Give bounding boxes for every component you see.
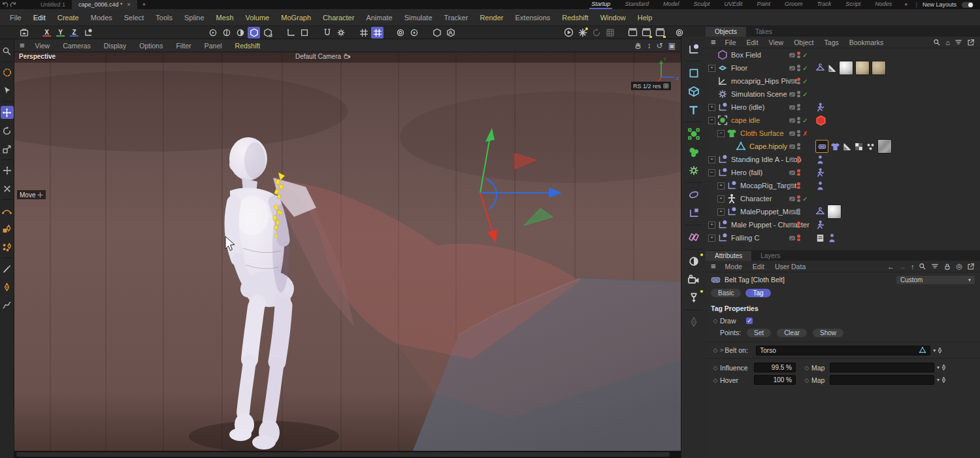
om-home-icon[interactable]: ⌂ <box>945 39 950 46</box>
menu-help[interactable]: Help <box>632 14 659 22</box>
selection-tag-icon[interactable] <box>866 142 875 152</box>
character-tag-icon[interactable] <box>815 155 825 165</box>
refresh-render-button[interactable] <box>590 27 602 39</box>
table-row-falling-c[interactable]: + Falling C <box>706 231 980 244</box>
am-filter-icon[interactable] <box>931 263 939 270</box>
table-row-character[interactable]: + Character ✓ <box>706 192 980 205</box>
cloth-collider-tag-icon[interactable] <box>815 63 825 73</box>
move-tool-icon[interactable] <box>1 106 14 119</box>
axis-lock-x-button[interactable]: X <box>41 29 52 36</box>
am-popout-icon[interactable] <box>967 263 975 270</box>
content-browser-button[interactable] <box>18 27 30 39</box>
camera-object-icon[interactable] <box>684 271 704 288</box>
pick-pen-icon[interactable] <box>940 364 947 371</box>
draw-checkbox[interactable]: ✓ <box>746 318 753 324</box>
menu-mograph[interactable]: MoGraph <box>275 14 317 22</box>
model-mode-button[interactable] <box>248 27 260 39</box>
table-row-hero-fall[interactable]: − Hero (fall) <box>706 166 980 179</box>
visibility-dot[interactable] <box>797 52 800 55</box>
generator-icon[interactable] <box>684 162 704 179</box>
layout-tab-track[interactable]: Track <box>809 0 838 9</box>
cloth-belt-tag-selected[interactable] <box>815 140 828 153</box>
spline-circle-icon[interactable] <box>684 186 704 203</box>
render-settings-button[interactable] <box>576 27 589 39</box>
axis-lock-y-button[interactable]: Y <box>55 29 66 36</box>
hover-field[interactable]: 100 % <box>754 375 796 385</box>
material-thumbnail[interactable] <box>855 61 870 75</box>
quantize-button[interactable] <box>371 27 384 39</box>
attribute-hamburger-icon[interactable]: ≡ <box>706 261 720 271</box>
viewport-menu-display[interactable]: Display <box>97 42 133 50</box>
set-button[interactable]: Set <box>747 329 771 337</box>
table-row-cape-hipoly[interactable]: Cape.hipoly <box>706 140 980 153</box>
tab-layers[interactable]: Layers <box>751 251 789 261</box>
table-row-hero-idle[interactable]: + Hero (idle) <box>706 101 980 114</box>
new-layouts-toggle[interactable] <box>962 2 973 8</box>
enable-axis-button[interactable] <box>394 27 406 39</box>
table-row-male-puppet-character[interactable]: + Male Puppet - Character <box>706 218 980 231</box>
snap-magnet-button[interactable] <box>321 27 333 39</box>
character-tag-icon[interactable] <box>827 233 837 243</box>
belt-on-field[interactable]: Torso <box>756 346 930 355</box>
tab-takes[interactable]: Takes <box>746 27 781 37</box>
material-thumbnail[interactable] <box>839 61 853 75</box>
om-search-icon[interactable] <box>933 39 941 46</box>
tag-tab-button[interactable]: Tag <box>745 289 770 297</box>
am-lock-icon[interactable] <box>943 263 951 270</box>
am-menu-mode[interactable]: Mode <box>720 263 747 270</box>
document-tab-untitled[interactable]: Untitled 1 <box>34 0 72 9</box>
deformer-icon[interactable] <box>684 229 704 246</box>
menu-simulate[interactable]: Simulate <box>399 14 438 22</box>
motion-tag-icon[interactable] <box>815 168 825 178</box>
pen-line-tool-icon[interactable] <box>1 280 14 293</box>
tab-attributes[interactable]: Attributes <box>706 251 751 261</box>
table-row-cape-idle[interactable]: − cape idle ✓ <box>706 114 980 127</box>
sky-environment-icon[interactable] <box>684 253 704 270</box>
layout-tab-paint[interactable]: Paint <box>749 0 777 9</box>
chevron-down-icon[interactable]: ▾ <box>933 348 936 353</box>
hover-map-field[interactable] <box>830 375 934 385</box>
viewport-horizontal-scrollbar[interactable] <box>14 451 681 458</box>
render-region-button[interactable] <box>604 27 616 39</box>
texture-tag-thumbnail[interactable] <box>877 139 892 154</box>
viewport-menu-cameras[interactable]: Cameras <box>56 42 97 50</box>
layout-tab-standard[interactable]: Standard <box>617 0 656 9</box>
new-document-tab-button[interactable]: + <box>137 1 151 8</box>
om-menu-bookmarks[interactable]: Bookmarks <box>844 39 889 46</box>
tweak-tool-icon[interactable] <box>1 84 14 97</box>
am-target-icon[interactable]: ◎ <box>956 262 962 270</box>
redo-icon[interactable] <box>9 1 18 8</box>
table-row-simulation-scene[interactable]: Simulation Scene ✓ <box>706 88 980 101</box>
layout-tab-groom[interactable]: Groom <box>777 0 810 9</box>
menu-edit[interactable]: Edit <box>27 14 52 22</box>
om-menu-object[interactable]: Object <box>789 39 819 46</box>
om-menu-file[interactable]: File <box>720 39 742 46</box>
viewport-solo-button[interactable] <box>431 27 443 39</box>
om-popout-icon[interactable] <box>967 39 975 46</box>
workplane-mode-button[interactable] <box>298 27 310 39</box>
am-menu-edit[interactable]: Edit <box>747 263 770 270</box>
menu-spline[interactable]: Spline <box>178 14 210 22</box>
menu-mesh[interactable]: Mesh <box>210 14 240 22</box>
sculpt-tool-icon[interactable] <box>1 299 14 312</box>
light-object-icon[interactable] <box>684 289 704 306</box>
menu-select[interactable]: Select <box>118 14 150 22</box>
render-view-button[interactable] <box>563 27 575 39</box>
layout-tab-sculpt[interactable]: Sculpt <box>686 0 717 9</box>
material-thumbnail[interactable] <box>872 61 886 75</box>
layout-tab-nodes[interactable]: Nodes <box>868 0 899 9</box>
editor-toggle[interactable] <box>789 53 795 57</box>
edges-mode-button[interactable] <box>220 27 233 39</box>
object-mode-button[interactable] <box>261 27 274 39</box>
table-row-mocaprig-target[interactable]: + MocapRig_Target <box>706 179 980 192</box>
transform-tool-icon[interactable] <box>1 164 14 177</box>
grid-button[interactable] <box>357 27 370 39</box>
points-mode-button[interactable] <box>206 27 219 39</box>
motion-tag-icon[interactable] <box>815 103 825 112</box>
uvw-tag-icon[interactable] <box>854 142 864 152</box>
cube-primitive-icon[interactable] <box>684 83 704 100</box>
menu-extensions[interactable]: Extensions <box>509 14 556 22</box>
layout-tab-uvedit[interactable]: UVEdit <box>717 0 749 9</box>
menu-render[interactable]: Render <box>474 14 509 22</box>
material-thumbnail[interactable] <box>827 204 841 219</box>
